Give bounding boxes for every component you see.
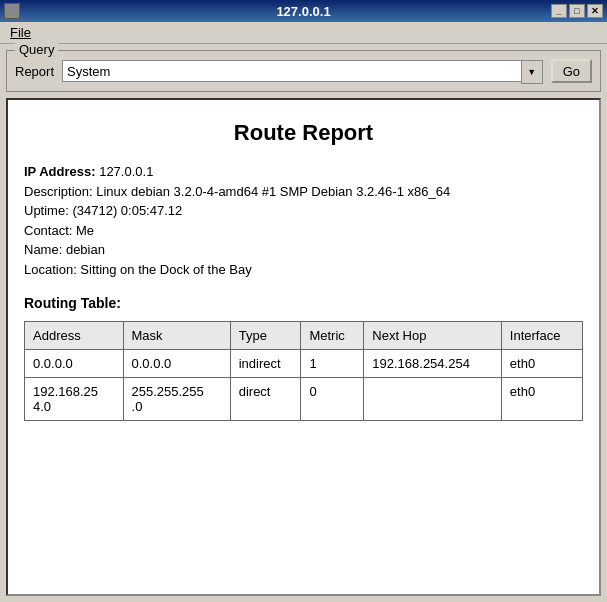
col-header-interface: Interface: [501, 322, 582, 350]
cell-address-1: 192.168.254.0: [25, 378, 124, 421]
close-button[interactable]: ✕: [587, 4, 603, 18]
query-group: Query Report System Routes Interfaces Go: [6, 50, 601, 92]
cell-nexthop-1: [364, 378, 502, 421]
query-group-label: Query: [15, 42, 58, 57]
ip-address-line: IP Address: 127.0.0.1: [24, 162, 583, 182]
routing-table: Address Mask Type Metric Next Hop Interf…: [24, 321, 583, 421]
query-row: Report System Routes Interfaces Go: [15, 59, 592, 83]
col-header-type: Type: [230, 322, 301, 350]
cell-type-0: indirect: [230, 350, 301, 378]
go-button[interactable]: Go: [551, 59, 592, 83]
ip-value: 127.0.0.1: [99, 164, 153, 179]
col-header-mask: Mask: [123, 322, 230, 350]
app-icon: [4, 3, 20, 19]
report-select[interactable]: System Routes Interfaces: [62, 60, 543, 82]
contact-line: Contact: Me: [24, 221, 583, 241]
cell-nexthop-0: 192.168.254.254: [364, 350, 502, 378]
ip-label: IP Address:: [24, 164, 96, 179]
cell-interface-0: eth0: [501, 350, 582, 378]
table-row: 0.0.0.0 0.0.0.0 indirect 1 192.168.254.2…: [25, 350, 583, 378]
col-header-address: Address: [25, 322, 124, 350]
cell-mask-1: 255.255.255.0: [123, 378, 230, 421]
report-title: Route Report: [24, 120, 583, 146]
cell-interface-1: eth0: [501, 378, 582, 421]
main-window: Query Report System Routes Interfaces Go…: [0, 44, 607, 602]
info-section: IP Address: 127.0.0.1 Description: Linux…: [24, 162, 583, 279]
maximize-button[interactable]: □: [569, 4, 585, 18]
cell-metric-0: 1: [301, 350, 364, 378]
description-line: Description: Linux debian 3.2.0-4-amd64 …: [24, 182, 583, 202]
cell-mask-0: 0.0.0.0: [123, 350, 230, 378]
cell-type-1: direct: [230, 378, 301, 421]
col-header-metric: Metric: [301, 322, 364, 350]
col-header-nexthop: Next Hop: [364, 322, 502, 350]
table-header-row: Address Mask Type Metric Next Hop Interf…: [25, 322, 583, 350]
report-select-wrapper: System Routes Interfaces: [62, 60, 543, 82]
window-controls: _ □ ✕: [551, 4, 603, 18]
report-label: Report: [15, 64, 54, 79]
cell-address-0: 0.0.0.0: [25, 350, 124, 378]
uptime-line: Uptime: (34712) 0:05:47.12: [24, 201, 583, 221]
name-line: Name: debian: [24, 240, 583, 260]
cell-metric-1: 0: [301, 378, 364, 421]
menu-bar: File: [0, 22, 607, 44]
window-title: 127.0.0.1: [276, 4, 330, 19]
content-area: Route Report IP Address: 127.0.0.1 Descr…: [6, 98, 601, 596]
title-bar: 127.0.0.1 _ □ ✕: [0, 0, 607, 22]
table-row: 192.168.254.0 255.255.255.0 direct 0 eth…: [25, 378, 583, 421]
location-line: Location: Sitting on the Dock of the Bay: [24, 260, 583, 280]
file-menu[interactable]: File: [4, 23, 37, 42]
routing-table-title: Routing Table:: [24, 295, 583, 311]
minimize-button[interactable]: _: [551, 4, 567, 18]
